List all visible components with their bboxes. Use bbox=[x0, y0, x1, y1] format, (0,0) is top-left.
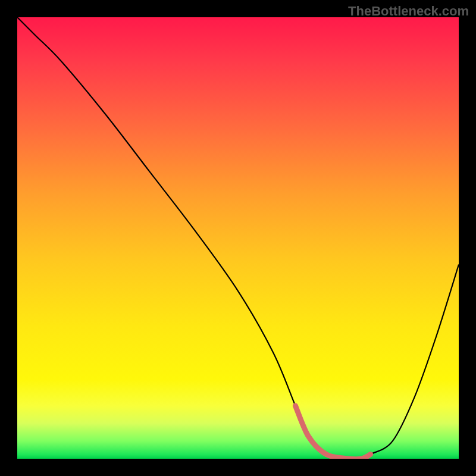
chart-plot-area bbox=[17, 17, 459, 459]
chart-svg bbox=[17, 17, 459, 459]
watermark-text: TheBottleneck.com bbox=[348, 4, 469, 19]
bottleneck-curve-line bbox=[17, 17, 459, 459]
bottleneck-marker-segment bbox=[295, 406, 370, 459]
